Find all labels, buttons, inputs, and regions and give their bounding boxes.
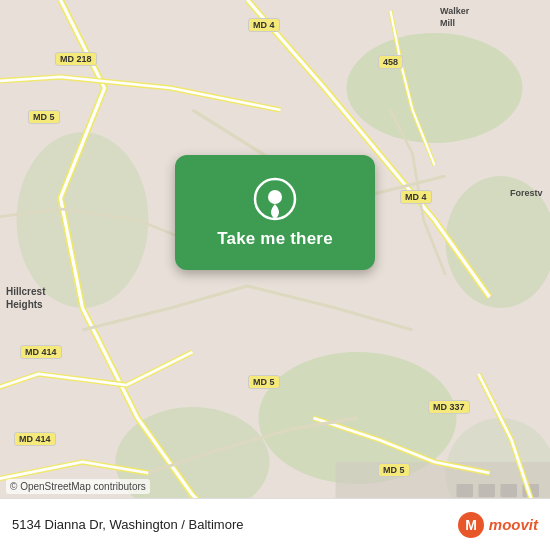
osm-attribution: © OpenStreetMap contributors: [6, 479, 150, 494]
road-label-458: 458: [378, 55, 403, 69]
road-label-md5-bottom: MD 5: [248, 375, 280, 389]
road-label-md218: MD 218: [55, 52, 97, 66]
road-label-md4-top: MD 4: [248, 18, 280, 32]
svg-point-1: [347, 33, 523, 143]
road-label-md414-bottom: MD 414: [14, 432, 56, 446]
svg-rect-9: [479, 484, 496, 497]
road-label-md5-far: MD 5: [378, 463, 410, 477]
button-label: Take me there: [217, 229, 333, 249]
place-label-walker-mill: WalkerMill: [440, 6, 469, 29]
map-container: MD 4 MD 218 MD 5 MD 4 MD 414 MD 5 MD 414…: [0, 0, 550, 550]
place-label-forestv: Forestv: [510, 188, 543, 198]
address-text: 5134 Dianna Dr, Washington / Baltimore: [12, 517, 243, 532]
svg-rect-8: [457, 484, 474, 497]
svg-text:M: M: [465, 517, 477, 533]
bottom-bar: 5134 Dianna Dr, Washington / Baltimore M…: [0, 498, 550, 550]
road-label-md5-left: MD 5: [28, 110, 60, 124]
svg-point-21: [268, 190, 282, 204]
road-label-md337: MD 337: [428, 400, 470, 414]
moovit-text: moovit: [489, 516, 538, 533]
road-label-md414-left: MD 414: [20, 345, 62, 359]
take-me-there-button[interactable]: Take me there: [175, 155, 375, 270]
moovit-logo: M moovit: [457, 511, 538, 539]
svg-rect-10: [501, 484, 518, 497]
road-label-md4-right: MD 4: [400, 190, 432, 204]
location-pin-icon: [253, 177, 297, 221]
moovit-icon: M: [457, 511, 485, 539]
place-label-hillcrest: HillcrestHeights: [6, 285, 45, 311]
